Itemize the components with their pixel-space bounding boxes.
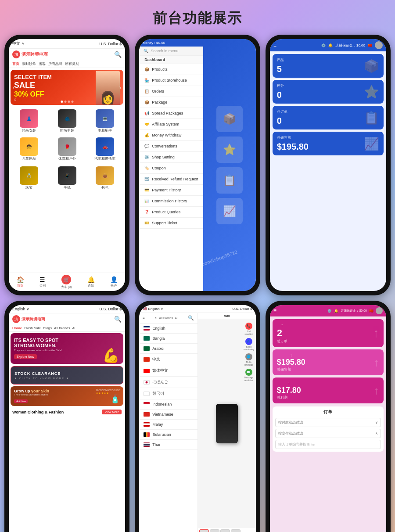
- notification-icon: 🔔: [87, 276, 95, 283]
- phone4-stock-clearance-banner[interactable]: STOCK CLEARANCE ✦ CLICK TO KNOW MORE ✦: [11, 366, 123, 385]
- phone1-lang[interactable]: 中文 ∨: [12, 41, 25, 47]
- phone5-lang-chinese-trad[interactable]: 繁体中文: [139, 365, 198, 377]
- phone6-order-title: 订单: [275, 409, 381, 415]
- phone3-content: 产品 5 📦 评分 0 ⭐ 总订单 0: [270, 51, 386, 291]
- phone4-search-icon[interactable]: 🔍: [114, 316, 122, 323]
- phone4-lang[interactable]: English ∨: [12, 307, 29, 311]
- phone6-stat-profit[interactable]: ↑ $17.80 总利润 ↑: [273, 377, 384, 403]
- phone5-feature-sleep: 💤 Sleepmonitoring: [244, 338, 254, 351]
- menu-queries-label: Product Queries: [152, 210, 180, 214]
- phone2-search-icon: 🔍: [144, 49, 148, 53]
- phone1-nav-cat-btn[interactable]: ☰ 类别: [40, 276, 46, 288]
- phone1-cat-child[interactable]: 🧒 儿童用品: [11, 136, 47, 163]
- flag-tw: [144, 369, 150, 373]
- phone4-nav-home[interactable]: Home: [12, 326, 22, 330]
- phone1-cat-car[interactable]: 🚗 汽车和摩托车: [86, 136, 123, 163]
- phone1-nav-flash[interactable]: 限时秒杀: [22, 61, 36, 66]
- phone6-bell-icon[interactable]: 🔔: [334, 309, 338, 313]
- phone6-gear-icon[interactable]: ⚙️: [327, 309, 332, 313]
- phone5-thumb-2[interactable]: 📱: [210, 529, 219, 532]
- phone5-lang-malay[interactable]: Malay: [139, 420, 198, 430]
- phone5-lang-japanese[interactable]: にほんご: [139, 377, 198, 388]
- phone1-cat-pc[interactable]: 💻 电脑配件: [86, 108, 123, 135]
- flag-bd: [144, 336, 150, 341]
- phone5-lang-panel: ≡ S All Brands Al 🔍 English: [139, 313, 198, 532]
- flag-id: [144, 402, 150, 406]
- phone1-cat-jacket[interactable]: 🧥 时尚男装: [48, 108, 85, 135]
- phone1-cat-dress[interactable]: 👗 时尚女装: [11, 108, 47, 135]
- phone6-order-input[interactable]: 输入订单编号并按 Enter: [275, 440, 381, 449]
- phone3-stat-orders[interactable]: 总订单 0 📋: [273, 106, 384, 129]
- phone4-explore-btn[interactable]: Explore Now: [14, 354, 37, 359]
- phone6-hamburger-icon[interactable]: ☰: [273, 309, 276, 313]
- phone5-thumb-3[interactable]: ⌚: [220, 529, 230, 532]
- phone1-cat-phone[interactable]: 📱 手机: [48, 165, 85, 192]
- phone5-feature-lang: 🌐 Multi-language: [244, 353, 254, 366]
- phone6-stat-sales[interactable]: ↑ $195.80 总销售额 ↑: [273, 349, 384, 375]
- phone5-lang-bangla[interactable]: Bangla: [139, 334, 198, 344]
- phone3-stat-sales[interactable]: 总销售额 $195.80 📈: [273, 132, 384, 155]
- flag-vn: [144, 412, 150, 417]
- category-icon: ☰: [40, 276, 45, 283]
- phone6-filter-payment[interactable]: 按付款状态过滤 ∨: [275, 418, 381, 427]
- phone5-lang-korean[interactable]: 한국어: [139, 388, 198, 399]
- phone5-lang-indonesian[interactable]: Indonesian: [139, 399, 198, 410]
- phone6-sales-icon: ↑: [374, 356, 379, 369]
- home-icon: 🏠: [17, 276, 24, 283]
- phone1-nav-home[interactable]: 首页: [12, 61, 19, 66]
- phone2-search-placeholder: Search in menu: [151, 49, 178, 53]
- phone4-nav-al[interactable]: Al: [72, 326, 75, 330]
- phone1-banner-next[interactable]: ›: [119, 84, 122, 91]
- phone4-logo-icon: 演: [12, 315, 20, 323]
- phone5-lang-belarusian[interactable]: Belarusian: [139, 430, 198, 440]
- phone3-hamburger-icon[interactable]: ☰: [273, 43, 276, 47]
- phone5-search-icon[interactable]: 🔍: [188, 315, 194, 321]
- phone3-stat-rating[interactable]: 评分 0 ⭐: [273, 80, 384, 104]
- phone3-stat-products[interactable]: 产品 5 📦: [273, 54, 384, 78]
- phone5-lang-arabic[interactable]: Arabic: [139, 344, 198, 354]
- phone3-gear-icon[interactable]: ⚙️: [321, 43, 326, 47]
- phone1-nav-account-btn[interactable]: 👤 帐户: [110, 276, 118, 288]
- phone4-nav-brands[interactable]: All Brands: [54, 326, 70, 330]
- phone-4-screen: English ∨ U.S. Dollar $ 演 演示跨境电商 🔍 Home …: [9, 305, 125, 532]
- phone6-stat-orders[interactable]: ↑ 2 总订单 ↑: [273, 319, 384, 347]
- phone5-content: ≡ S All Brands Al 🔍 English: [139, 313, 255, 532]
- phone4-banner3[interactable]: Grow up your Skin The Perfect Skincare R…: [11, 386, 123, 406]
- phone1-nav-blog[interactable]: 播客: [39, 61, 46, 66]
- phone3-avatar[interactable]: [375, 41, 383, 49]
- phone1-cat-gold[interactable]: 💍 珠宝: [11, 165, 47, 192]
- phone4-nav-flash[interactable]: Flash Sale: [24, 326, 41, 330]
- phone5-thumb-1[interactable]: ⬚: [199, 529, 209, 532]
- phone6-flag-icon: 🇨🇳: [369, 309, 373, 313]
- phone5-lang-vietnamese[interactable]: Vietnamese: [139, 410, 198, 420]
- phone1-nav-brands[interactable]: 所有品牌: [48, 61, 62, 66]
- phone4-hot-new-btn[interactable]: Hot New: [14, 399, 28, 403]
- phone3-star-icon: ⭐: [364, 85, 379, 99]
- phone4-nav-blogs[interactable]: Blogs: [43, 326, 52, 330]
- phone1-cat-bag[interactable]: 👜 包包: [86, 165, 123, 192]
- phone1-nav-cart-btn[interactable]: 🛒 大车 (0): [61, 275, 72, 289]
- phone1-banner-prev[interactable]: ‹: [13, 84, 15, 91]
- flag-be: [144, 432, 150, 437]
- phone4-view-more-btn[interactable]: View More: [102, 410, 122, 414]
- phone1-nav-cat[interactable]: 所有类别: [65, 61, 79, 66]
- phone6-orders-icon: ↑: [373, 326, 379, 340]
- phone5-lang-chinese[interactable]: 中文: [139, 354, 198, 365]
- phone2-overlay-box1: 📦: [216, 106, 243, 132]
- phone1-nav-home-btn[interactable]: 🏠 首页: [17, 276, 24, 288]
- phone3-bell-icon[interactable]: 🔔: [328, 43, 333, 47]
- phone1-banner[interactable]: ‹ SELECT ITEM SALE 30% OFF 🗓 👩 ›: [11, 70, 123, 105]
- phone6-avatar[interactable]: [376, 307, 383, 314]
- phone5-lang-thai[interactable]: Thai: [139, 440, 198, 450]
- flag-en: [144, 326, 150, 331]
- phone1-cat-sport[interactable]: 🥊 体育和户外: [48, 136, 85, 163]
- phones-grid: 中文 ∨ U.S. Dollar $ 演 演示跨境电商 🔍 首页 限时秒杀 播客…: [4, 35, 391, 532]
- phone5-lang-select[interactable]: 🇺🇸 English ∨: [143, 307, 163, 311]
- phone1-search-icon[interactable]: 🔍: [114, 51, 122, 58]
- phone4-banner1[interactable]: ITS EASY TO SPOT STRONG WOMEN. They are …: [11, 333, 123, 364]
- phone1-nav-notify-btn[interactable]: 🔔 通知: [87, 276, 95, 288]
- phone5-feature-icons: 📞 Callrejection 💤 Sleepmonitoring 🌐 Mult…: [244, 323, 254, 381]
- phone5-lang-english[interactable]: English: [139, 324, 198, 334]
- phone5-thumb-4[interactable]: ▶: [231, 529, 241, 532]
- phone6-filter-delivery[interactable]: 按交付状态过滤 ∧: [275, 429, 381, 438]
